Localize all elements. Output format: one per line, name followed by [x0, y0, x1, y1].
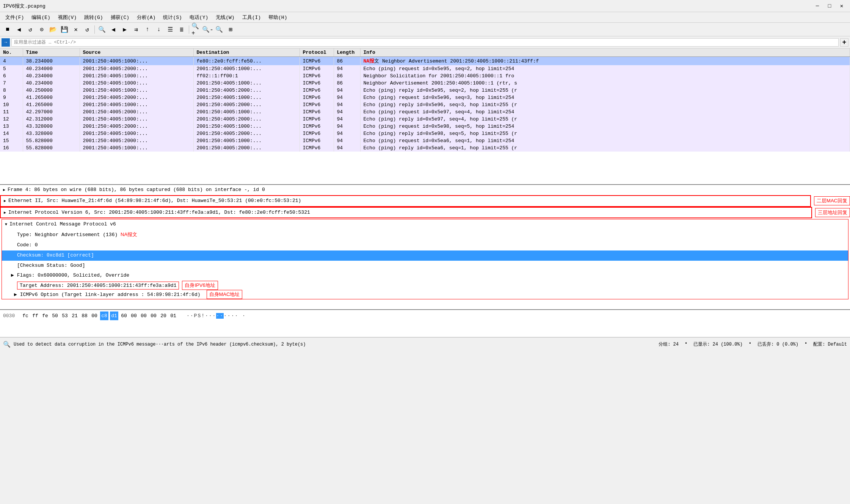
menu-phone[interactable]: 电话(Y): [186, 13, 212, 22]
table-row[interactable]: 840.2500002001:250:4005:1000:...2001:250…: [0, 87, 850, 94]
menu-capture[interactable]: 捕获(C): [107, 13, 133, 22]
menu-view[interactable]: 视图(V): [54, 13, 80, 22]
stat-segments: 分组: 24: [659, 341, 679, 347]
detail-pane[interactable]: Frame 4: 86 bytes on wire (688 bits), 86…: [0, 185, 850, 310]
toolbar-refresh[interactable]: ↺: [25, 25, 36, 34]
table-row[interactable]: 1443.3280002001:250:4005:1000:...2001:25…: [0, 130, 850, 137]
minimize-button[interactable]: ─: [812, 2, 823, 10]
target-annotation: 自身IPV6地址: [182, 281, 218, 290]
hex-byte: 88: [80, 311, 89, 320]
add-filter-button[interactable]: +: [840, 38, 848, 47]
toolbar-close[interactable]: ✕: [71, 25, 81, 34]
toolbar-search[interactable]: 🔍: [97, 25, 107, 34]
toolbar-stop[interactable]: ■: [2, 25, 13, 34]
stat-dropped: 已丢弃: 0 (0.0%): [757, 341, 798, 347]
icmpv6-checksum: Checksum: 0xc8d1 [correct]: [2, 250, 848, 261]
menu-edit[interactable]: 编辑(E): [28, 13, 54, 22]
hex-byte: 01: [169, 311, 177, 320]
col-dst: Destination: [193, 49, 300, 57]
col-info: Info: [360, 49, 850, 57]
filter-arrow-icon[interactable]: →: [2, 38, 10, 47]
target-address-row: Target Address: 2001:250:4005:1000:211:4…: [2, 281, 848, 290]
option-annotation: 自身MAC地址: [207, 290, 243, 299]
table-row[interactable]: 1041.2650002001:250:4005:1000:...2001:25…: [0, 101, 850, 108]
icmpv6-label: Internet Control Message Protocol v6: [9, 221, 116, 227]
table-row[interactable]: 1142.2970002001:250:4005:2000:...2001:25…: [0, 108, 850, 116]
icmpv6-type: Type: Neighbor Advertisement (136) NA报文: [2, 230, 848, 240]
hex-byte: 00: [140, 311, 148, 320]
hex-byte: 53: [61, 311, 69, 320]
toolbar-zoom-reset[interactable]: 🔍: [214, 25, 224, 34]
maximize-button[interactable]: □: [824, 2, 835, 10]
hex-byte: 50: [51, 311, 59, 320]
separator-1: [94, 25, 95, 34]
hex-byte: c8: [100, 311, 108, 320]
close-button[interactable]: ✕: [836, 2, 847, 10]
menu-goto[interactable]: 跳转(G): [80, 13, 107, 22]
toolbar-back[interactable]: ◀: [108, 25, 119, 34]
ethernet-item[interactable]: Ethernet II, Src: HuaweiTe_21:4f:6d (54:…: [0, 195, 811, 207]
toolbar-last[interactable]: ↓: [154, 25, 164, 34]
toolbar-first[interactable]: ↑: [142, 25, 153, 34]
menu-stats[interactable]: 统计(S): [159, 13, 185, 22]
toolbar: ■ ◀ ↺ ⊙ 📂 💾 ✕ ↺ 🔍 ◀ ▶ ⇉ ↑ ↓ ☰ ≣ 🔍+ 🔍- 🔍 …: [0, 23, 850, 36]
frame-item[interactable]: Frame 4: 86 bytes on wire (688 bits), 86…: [0, 185, 850, 195]
toolbar-forward[interactable]: ▶: [119, 25, 130, 34]
table-row[interactable]: 540.2340002001:250:4005:2000:...2001:250…: [0, 65, 850, 72]
hex-row-0030: 0030 fcfffe5053218800c8d1600000002001 ··…: [3, 311, 847, 320]
hex-byte: 00: [130, 311, 138, 320]
menu-analyze[interactable]: 分析(A): [133, 13, 159, 22]
table-row[interactable]: 640.2340002001:250:4005:1000:...ff02::1:…: [0, 72, 850, 80]
toolbar-save[interactable]: 💾: [59, 25, 70, 34]
menu-wireless[interactable]: 无线(W): [212, 13, 238, 22]
window-controls[interactable]: ─ □ ✕: [812, 2, 847, 10]
toolbar-grid[interactable]: ≣: [176, 25, 187, 34]
icmpv6-header[interactable]: Internet Control Message Protocol v6: [2, 219, 848, 230]
hex-byte: 20: [159, 311, 168, 320]
hex-byte: fc: [21, 311, 30, 320]
title-bar: IPV6报文.pcapng ─ □ ✕: [0, 0, 850, 12]
icmpv6-option[interactable]: ▶ ICMPv6 Option (Target link-layer addre…: [11, 290, 204, 299]
menu-file[interactable]: 文件(F): [2, 13, 28, 22]
menu-bar: 文件(F) 编辑(E) 视图(V) 跳转(G) 捕获(C) 分析(A) 统计(S…: [0, 12, 850, 23]
toolbar-goto-pkt[interactable]: ⇉: [131, 25, 141, 34]
table-row[interactable]: 438.2340002001:250:4005:1000:...fe80::2e…: [0, 57, 850, 66]
table-row[interactable]: 1655.8280002001:250:4005:1000:...2001:25…: [0, 144, 850, 152]
stat-profile: 配置: Default: [813, 341, 847, 347]
toolbar-restart[interactable]: ◀: [14, 25, 24, 34]
table-row[interactable]: 1242.3120002001:250:4005:1000:...2001:25…: [0, 116, 850, 123]
toolbar-reload[interactable]: ↺: [82, 25, 93, 34]
col-no: No.: [0, 49, 23, 57]
ethernet-annotation: 二层MAC回复: [814, 196, 850, 205]
menu-help[interactable]: 帮助(H): [265, 13, 291, 22]
packet-rows: 438.2340002001:250:4005:1000:...fe80::2e…: [0, 57, 850, 152]
toolbar-zoom-out[interactable]: 🔍-: [202, 25, 213, 34]
toolbar-list[interactable]: ☰: [165, 25, 176, 34]
table-row[interactable]: 1555.8280002001:250:4005:2000:...2001:25…: [0, 137, 850, 144]
table-row[interactable]: 1343.3280002001:250:4005:2000:...2001:25…: [0, 123, 850, 130]
hex-byte: 00: [90, 311, 99, 320]
toolbar-record[interactable]: ⊙: [36, 25, 47, 34]
na-label: NA报文: [121, 232, 137, 237]
table-row[interactable]: 740.2340002001:250:4005:1000:...2001:250…: [0, 80, 850, 87]
filter-bar: → +: [0, 36, 850, 49]
icmpv6-flags[interactable]: ▶ Flags: 0x60000000, Solicited, Override: [2, 271, 848, 281]
ipv6-item[interactable]: Internet Protocol Version 6, Src: 2001:2…: [0, 207, 812, 219]
toolbar-resize-cols[interactable]: ⊞: [225, 25, 236, 34]
hex-byte: ff: [31, 311, 39, 320]
icmpv6-section: Internet Control Message Protocol v6 Typ…: [2, 219, 848, 299]
filter-input[interactable]: [11, 38, 839, 47]
menu-tools[interactable]: 工具(I): [238, 13, 265, 22]
ipv6-text: Internet Protocol Version 6, Src: 2001:2…: [8, 210, 310, 215]
status-stats: 分组: 24 • 已显示: 24 (100.0%) • 已丢弃: 0 (0.0%…: [659, 341, 847, 347]
icmpv6-checksum-status: [Checksum Status: Good]: [2, 261, 848, 271]
frame-text: Frame 4: 86 bytes on wire (688 bits), 86…: [8, 187, 265, 193]
packet-list[interactable]: No. Time Source Destination Protocol Len…: [0, 49, 850, 185]
hex-byte: fe: [41, 311, 49, 320]
toolbar-open[interactable]: 📂: [48, 25, 58, 34]
hex-byte: 00: [149, 311, 158, 320]
ethernet-row: Ethernet II, Src: HuaweiTe_21:4f:6d (54:…: [0, 195, 850, 207]
status-icon: 🔍: [3, 341, 11, 348]
toolbar-zoom-in[interactable]: 🔍+: [191, 25, 202, 34]
table-row[interactable]: 941.2650002001:250:4005:2000:...2001:250…: [0, 94, 850, 101]
